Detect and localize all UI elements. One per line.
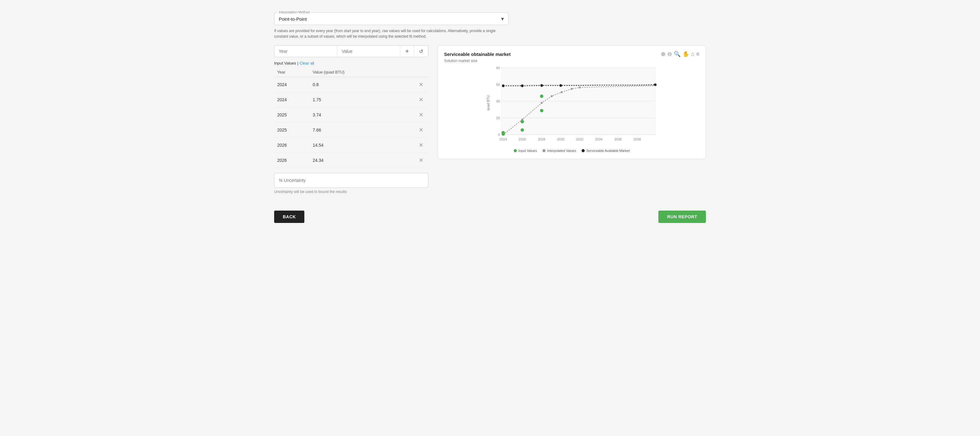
input-values-header: Input Values | Clear all (274, 61, 428, 65)
cell-delete[interactable]: ✕ (395, 92, 428, 107)
uncertainty-field[interactable] (274, 173, 428, 188)
table-row: 2024 0.8 ✕ (274, 77, 428, 92)
legend-dot-interpolated (542, 149, 546, 152)
table-row: 2026 24.34 ✕ (274, 153, 428, 168)
svg-point-35 (520, 120, 524, 123)
pan-icon[interactable]: ✋ (682, 51, 689, 57)
chart-subtitle: Solution market size (444, 59, 699, 63)
run-report-button[interactable]: RUN REPORT (659, 211, 706, 223)
year-input[interactable] (274, 46, 337, 57)
svg-point-24 (654, 83, 657, 86)
legend-label-interpolated: Interpolated Values (547, 149, 576, 153)
legend-sam: Serviceable Available Market (582, 149, 630, 153)
col-actions (395, 67, 428, 77)
svg-text:2032: 2032 (576, 137, 584, 141)
legend-dot-input (514, 149, 517, 152)
cell-value: 7.66 (310, 123, 395, 138)
chart-card: Serviceable obtainable market ⊕ ⊖ 🔍 ✋ ⌂ … (438, 45, 706, 159)
legend-label-input: Input Values (519, 149, 537, 153)
svg-text:0: 0 (498, 133, 500, 136)
svg-point-20 (502, 85, 505, 87)
svg-text:2026: 2026 (519, 137, 526, 141)
add-button[interactable]: + (400, 46, 414, 57)
col-value: Value (quad BTU) (310, 67, 395, 77)
cell-value: 3.74 (310, 107, 395, 123)
cell-value: 14.54 (310, 138, 395, 153)
table-row: 2025 3.74 ✕ (274, 107, 428, 123)
uncertainty-input[interactable] (279, 178, 424, 183)
svg-text:2038: 2038 (633, 137, 641, 141)
chart-title: Serviceable obtainable market (444, 51, 511, 57)
chart-legend: Input Values Interpolated Values Service… (444, 149, 699, 153)
back-button[interactable]: BACK (274, 211, 304, 223)
search-icon[interactable]: 🔍 (674, 51, 681, 57)
cell-year: 2026 (274, 138, 310, 153)
svg-point-37 (540, 94, 543, 98)
svg-text:80: 80 (496, 66, 500, 70)
data-table: Year Value (quad BTU) 2024 0.8 ✕ 2024 1.… (274, 67, 428, 168)
chart-toolbar: ⊕ ⊖ 🔍 ✋ ⌂ ≡ (661, 51, 699, 57)
svg-text:2030: 2030 (557, 137, 564, 141)
svg-point-23 (559, 84, 562, 87)
dropdown-value: Point-to-Point (279, 15, 504, 22)
chart-area: 80 60 40 20 0 quad BTU 2024 2026 2028 20… (444, 66, 699, 146)
cell-delete[interactable]: ✕ (395, 123, 428, 138)
dropdown-arrow-icon: ▾ (501, 16, 504, 22)
delete-row-button[interactable]: ✕ (417, 80, 425, 89)
cell-delete[interactable]: ✕ (395, 138, 428, 153)
year-value-input-row: + ↺ (274, 45, 428, 57)
buttons-row: BACK RUN REPORT (274, 211, 706, 223)
dropdown-label: Interpolation Method (278, 10, 311, 14)
menu-icon[interactable]: ≡ (696, 51, 699, 57)
legend-interpolated-values: Interpolated Values (542, 149, 576, 153)
table-row: 2025 7.66 ✕ (274, 123, 428, 138)
reset-button[interactable]: ↺ (414, 46, 428, 57)
svg-text:40: 40 (496, 99, 500, 103)
legend-input-values: Input Values (514, 149, 537, 153)
cell-value: 0.8 (310, 77, 395, 92)
cell-year: 2025 (274, 123, 310, 138)
delete-row-button[interactable]: ✕ (417, 96, 425, 104)
delete-row-button[interactable]: ✕ (417, 126, 425, 134)
zoom-in-icon[interactable]: ⊕ (661, 51, 665, 57)
cell-year: 2024 (274, 77, 310, 92)
cell-value: 1.75 (310, 92, 395, 107)
left-panel: + ↺ Input Values | Clear all Year Value … (274, 45, 428, 201)
svg-text:60: 60 (496, 83, 500, 86)
delete-row-button[interactable]: ✕ (417, 110, 425, 119)
cell-year: 2025 (274, 107, 310, 123)
svg-point-33 (502, 131, 505, 134)
svg-point-31 (579, 86, 581, 89)
value-input[interactable] (337, 46, 400, 57)
svg-point-36 (540, 109, 543, 112)
legend-label-sam: Serviceable Available Market (586, 149, 630, 153)
col-year: Year (274, 67, 310, 77)
interpolation-helper-text: If values are provided for every year (f… (274, 28, 509, 39)
page-container: Interpolation Method Point-to-Point ▾ If… (274, 6, 706, 229)
home-icon[interactable]: ⌂ (691, 51, 694, 57)
interpolation-dropdown[interactable]: Interpolation Method Point-to-Point ▾ (274, 12, 509, 25)
svg-point-34 (520, 128, 524, 132)
interpolation-section: Interpolation Method Point-to-Point ▾ If… (274, 12, 706, 39)
cell-year: 2024 (274, 92, 310, 107)
svg-text:2024: 2024 (500, 137, 507, 141)
zoom-out-icon[interactable]: ⊖ (667, 51, 672, 57)
delete-row-button[interactable]: ✕ (417, 156, 425, 164)
svg-point-29 (561, 91, 563, 93)
table-row: 2024 1.75 ✕ (274, 92, 428, 107)
svg-point-21 (521, 85, 523, 87)
table-row: 2026 14.54 ✕ (274, 138, 428, 153)
cell-year: 2026 (274, 153, 310, 168)
svg-point-22 (540, 84, 543, 87)
svg-text:quad BTU: quad BTU (487, 96, 490, 110)
cell-delete[interactable]: ✕ (395, 153, 428, 168)
cell-value: 24.34 (310, 153, 395, 168)
cell-delete[interactable]: ✕ (395, 77, 428, 92)
right-panel: Serviceable obtainable market ⊕ ⊖ 🔍 ✋ ⌂ … (438, 45, 706, 159)
clear-all-link[interactable]: Clear all (299, 61, 314, 65)
svg-text:2034: 2034 (595, 137, 603, 141)
svg-point-27 (541, 102, 543, 104)
legend-dot-sam (582, 149, 585, 152)
delete-row-button[interactable]: ✕ (417, 141, 425, 149)
cell-delete[interactable]: ✕ (395, 107, 428, 123)
